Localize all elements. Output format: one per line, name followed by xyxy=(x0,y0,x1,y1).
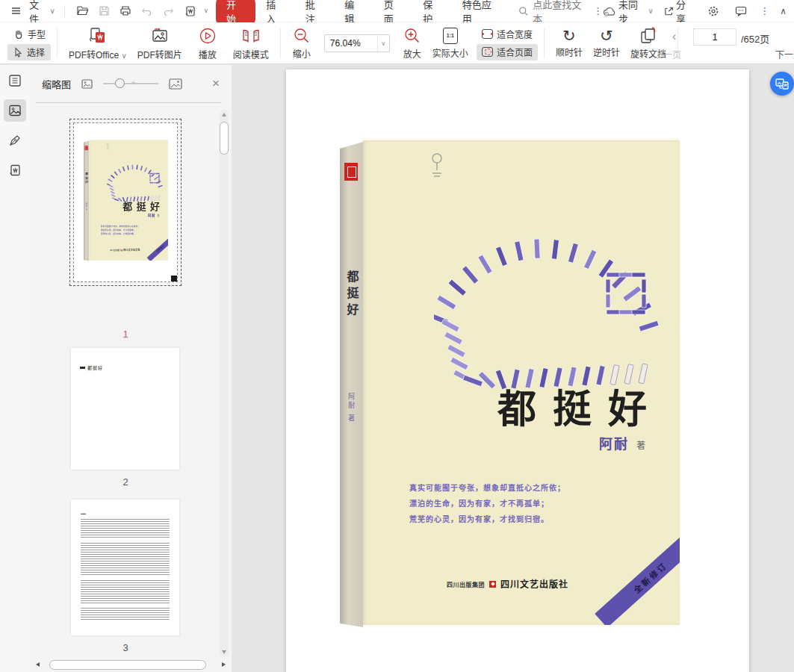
slider-midpoint-tick: + xyxy=(131,81,137,86)
close-panel-icon[interactable]: × xyxy=(212,76,220,91)
collapse-ribbon-icon[interactable]: ∧ xyxy=(780,7,787,16)
previous-page-chevron-icon[interactable]: ‹ xyxy=(672,30,676,43)
tab-features[interactable]: 特色应用 xyxy=(462,0,499,25)
horizontal-scroll-thumb[interactable] xyxy=(49,660,206,670)
current-page-input[interactable] xyxy=(693,28,736,46)
zoom-in-button[interactable]: 放大 xyxy=(397,24,427,63)
scroll-down-arrow[interactable] xyxy=(222,650,226,654)
thumbnail-list[interactable]: 都挺好 阿耐 著 都挺好 阿耐 著 真实可能囿于夸张，想象却直抵心之所依；漂泊的… xyxy=(30,103,232,660)
tab-page[interactable]: 页面 xyxy=(384,0,403,25)
slider-knob[interactable] xyxy=(115,78,125,88)
thumbnail-page-2[interactable]: 都挺好 xyxy=(71,348,179,470)
selection-resize-handle[interactable] xyxy=(171,276,178,282)
save-icon[interactable] xyxy=(96,3,113,19)
book-cover-thumbnail: 都挺好 阿耐 著 都挺好 阿耐 著 真实可能囿于夸张，想象却直抵心之所依；漂泊的… xyxy=(84,140,168,262)
play-button[interactable]: 播放 xyxy=(187,24,228,63)
fit-width-button[interactable]: 适合宽度 xyxy=(477,26,538,43)
spine-author: 阿耐 著 xyxy=(85,203,87,211)
pdf-to-image-label: PDF转图片 xyxy=(137,48,182,60)
undo-icon[interactable] xyxy=(139,3,156,19)
share-icon xyxy=(664,6,674,16)
book-spine: 都挺好 阿耐 著 xyxy=(340,142,363,627)
pdf-to-office-icon xyxy=(88,26,108,46)
tab-annotate[interactable]: 批注 xyxy=(305,0,324,25)
pdf-to-office-label: PDF转Office ∨ xyxy=(69,48,127,60)
scroll-up-arrow[interactable] xyxy=(222,113,226,116)
zoom-out-icon xyxy=(293,27,311,45)
rotate-counterclockwise-button[interactable]: ↺ 逆时针 xyxy=(588,24,625,63)
sidebar-horizontal-scrollbar[interactable] xyxy=(33,660,229,670)
settings-gear-icon[interactable] xyxy=(705,3,722,19)
file-menu[interactable]: 文件 ∨ xyxy=(29,0,55,25)
book-cover-image: 都挺好 阿耐 著 都挺好 阿耐 著 真实可能囿于夸张，想象却直抵心之所依；漂泊的… xyxy=(340,138,680,631)
tab-protect[interactable]: 保护 xyxy=(423,0,441,25)
spine-title: 都挺好 xyxy=(343,270,361,320)
select-tool-button[interactable]: 选择 xyxy=(7,44,51,60)
hand-tool-button[interactable]: 手型 xyxy=(7,26,51,43)
zoom-out-button[interactable]: 缩小 xyxy=(287,24,317,63)
document-view[interactable]: 都挺好 阿耐 著 都挺好 阿耐 著 真实可能囿于夸张，想象却直抵心之所依；漂泊的… xyxy=(232,65,794,672)
word-doc-icon xyxy=(8,164,22,177)
cloud-icon xyxy=(603,6,616,16)
text-mark xyxy=(80,367,85,369)
publisher-mark-icon xyxy=(121,249,122,251)
pdf-to-office-button[interactable]: PDF转Office ∨ xyxy=(63,24,132,63)
zoom-level-select[interactable]: 76.04% ∨ xyxy=(324,34,390,52)
chevron-down-icon[interactable]: ∨ xyxy=(203,7,208,14)
rotate-clockwise-label: 顺时针 xyxy=(556,46,583,58)
pdf-to-word-panel-button[interactable] xyxy=(4,159,26,181)
signature-panel-button[interactable] xyxy=(4,129,26,152)
actual-size-button[interactable]: 1:1 实际大小 xyxy=(427,24,474,63)
fit-width-label: 适合宽度 xyxy=(497,28,533,40)
publisher-emblem-icon xyxy=(105,143,110,149)
find-text-button[interactable]: 点此查找文本 ⋮ xyxy=(518,0,603,25)
book-author: 阿耐 xyxy=(148,213,155,217)
feedback-comment-icon[interactable] xyxy=(732,3,749,19)
print-icon[interactable] xyxy=(117,3,134,19)
outline-panel-button[interactable] xyxy=(4,69,26,92)
total-pages-label: /652页 xyxy=(741,31,769,46)
image-to-word-icon xyxy=(775,78,789,90)
play-label: 播放 xyxy=(199,48,217,60)
pdf-to-word-quick-icon[interactable] xyxy=(182,3,199,19)
open-file-icon[interactable] xyxy=(74,3,91,19)
share-button[interactable]: 分享 xyxy=(664,0,695,25)
redo-icon[interactable] xyxy=(160,3,177,19)
pdf-to-image-button[interactable]: PDF转图片 xyxy=(132,24,187,63)
thumbnail-panel-title: 缩略图 xyxy=(42,77,71,91)
sidebar-vertical-scrollbar[interactable] xyxy=(220,110,229,657)
thumbnail-page-1-card[interactable]: 都挺好 阿耐 著 都挺好 阿耐 著 真实可能囿于夸张，想象却直抵心之所依；漂泊的… xyxy=(73,122,178,282)
pdf-to-word-floating-button[interactable] xyxy=(770,72,794,96)
fit-page-button[interactable]: 适合页面 xyxy=(477,44,538,60)
vertical-scroll-thumb[interactable] xyxy=(220,122,229,155)
small-thumbnail-icon[interactable] xyxy=(81,79,93,89)
chevron-down-icon[interactable]: ∨ xyxy=(377,35,389,52)
thumbnail-size-slider[interactable]: + xyxy=(103,78,158,89)
more-options-icon[interactable]: ⋮ xyxy=(593,5,603,16)
text-block xyxy=(81,519,170,538)
more-menu-icon[interactable]: ⋮ xyxy=(760,5,769,16)
sync-status[interactable]: 未同步 ∨ xyxy=(603,0,654,25)
text-block xyxy=(81,608,170,620)
next-page-button[interactable]: 下一页 xyxy=(775,48,794,60)
corner-ribbon: 全新修订 xyxy=(595,526,680,625)
scroll-left-arrow[interactable] xyxy=(36,662,40,667)
book-author-suffix: 著 xyxy=(157,214,159,217)
scroll-right-arrow[interactable] xyxy=(222,662,226,667)
tab-insert[interactable]: 插入 xyxy=(266,0,285,25)
book-author-line: 阿耐 著 xyxy=(599,433,645,452)
large-thumbnail-icon[interactable] xyxy=(169,78,182,90)
thumbnail-panel-button[interactable] xyxy=(4,99,26,122)
read-mode-button[interactable]: 阅读模式 xyxy=(228,24,274,63)
hand-tool-label: 手型 xyxy=(28,28,46,40)
tab-edit[interactable]: 编辑 xyxy=(344,0,363,25)
pdf-page-1[interactable]: 都挺好 阿耐 著 都挺好 阿耐 著 真实可能囿于夸张，想象却直抵心之所依；漂泊的… xyxy=(286,69,749,672)
zoom-level-value: 76.04% xyxy=(325,38,377,49)
hamburger-menu-icon[interactable] xyxy=(7,3,25,19)
corner-ribbon: 全新修订 xyxy=(147,236,168,261)
thumbnail-page-1-selected[interactable]: 都挺好 阿耐 著 都挺好 阿耐 著 真实可能囿于夸张，想象却直抵心之所依；漂泊的… xyxy=(69,119,182,286)
rotate-counterclockwise-icon: ↺ xyxy=(600,28,613,43)
previous-page-button[interactable]: 上一页 xyxy=(654,48,681,60)
rotate-clockwise-button[interactable]: ↻ 顺时针 xyxy=(550,24,588,63)
thumbnail-page-3[interactable]: 一 xyxy=(71,500,179,635)
